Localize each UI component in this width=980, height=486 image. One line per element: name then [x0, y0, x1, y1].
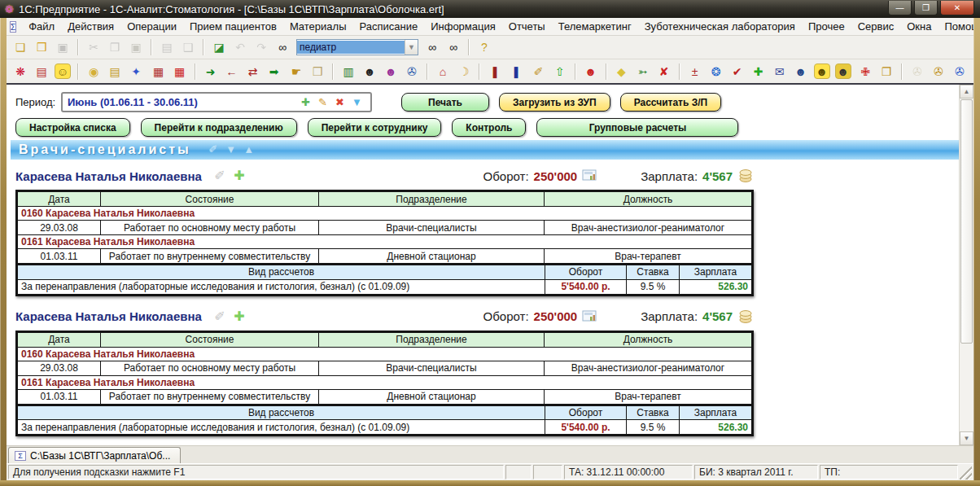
persons-pair-icon[interactable]: ☻ [791, 63, 811, 81]
partners-night-icon[interactable]: ☽ [454, 63, 474, 81]
person-mail-icon[interactable]: ✉ [770, 63, 790, 81]
quick-search-combo[interactable]: педиатр ▼ [296, 39, 418, 55]
salary-coins-icon[interactable] [737, 309, 754, 324]
combo-dropdown-icon[interactable]: ▼ [405, 40, 418, 55]
period-add-icon[interactable]: ✚ [298, 94, 313, 110]
employment-group-row[interactable]: 0160 Карасева Наталья Николаевна [18, 207, 752, 221]
new-document-icon[interactable]: ❏ [11, 38, 30, 56]
menu-item[interactable]: Файл [23, 20, 60, 33]
document-forward-icon[interactable]: ➡ [265, 63, 284, 81]
calc-row[interactable]: За перенаправления (лабораторные исследо… [18, 420, 752, 435]
patient-profile-icon[interactable]: ☻ [360, 63, 379, 81]
employee-edit-icon[interactable]: ✐ [211, 167, 229, 185]
find-icon[interactable]: ∞ [273, 38, 292, 56]
medic-add-icon[interactable]: ✚ [749, 63, 768, 81]
exit-door-icon[interactable]: ◪ [209, 38, 229, 56]
salary-document-icon[interactable]: ▤ [105, 63, 125, 81]
action-button[interactable]: Перейти к сотруднику [308, 118, 442, 137]
minimize-button[interactable]: — [888, 1, 912, 15]
smiley-cool-icon[interactable]: ☻ [814, 63, 830, 79]
find-next-icon[interactable]: ∞ [422, 38, 442, 56]
action-button[interactable]: Групповые расчеты [536, 118, 738, 137]
schedule-grid-icon[interactable]: ▦ [170, 63, 190, 81]
quick-search-value[interactable]: педиатр [297, 41, 405, 54]
scroll-up-icon[interactable]: ▲ [960, 85, 973, 99]
maximize-button[interactable]: ❐ [914, 1, 938, 15]
window-export-icon[interactable]: ❐ [877, 63, 896, 81]
menu-item[interactable]: Действия [62, 20, 120, 33]
route-arrows-icon[interactable]: ➳ [633, 63, 653, 81]
record-edit-search-icon[interactable]: ✐ [529, 63, 549, 81]
menu-item[interactable]: Материалы [284, 20, 352, 33]
document-check-icon[interactable]: ✔ [728, 63, 747, 81]
cash-coins-icon[interactable]: ◉ [84, 63, 103, 81]
settings-transfer-icon[interactable]: ✇ [929, 63, 948, 81]
employment-row[interactable]: 01.03.11 Работает по внутреннему совмест… [18, 249, 752, 264]
document-import-icon[interactable]: ➜ [201, 63, 221, 81]
period-edit-icon[interactable]: ✎ [315, 94, 330, 110]
menu-item[interactable]: Отчеты [503, 20, 551, 33]
butterfly-icon[interactable]: ❋ [11, 63, 30, 81]
open-folder-icon[interactable]: ❒ [32, 38, 51, 56]
action-button[interactable]: Настройка списка [15, 118, 130, 137]
menu-item[interactable]: Зуботехническая лаборатория [639, 20, 801, 33]
menu-item[interactable]: Расписание [354, 20, 424, 33]
report-icon[interactable]: Σ [10, 21, 16, 33]
close-button[interactable]: ✕ [940, 1, 974, 15]
employment-group-row[interactable]: 0161 Карасева Наталья Николаевна [18, 375, 752, 389]
section-edit-icon[interactable]: ✐ [205, 141, 221, 159]
employee-add-icon[interactable]: ✚ [230, 308, 248, 326]
doctor-smiley-icon[interactable]: ☺ [55, 63, 71, 79]
action-button[interactable]: Перейти к подразделению [141, 118, 297, 137]
menu-item[interactable]: Телемаркетинг [553, 20, 637, 33]
smiley-cool-dark-icon[interactable]: ☻ [835, 63, 851, 79]
action-button[interactable]: Контроль [452, 118, 526, 137]
scrollbar-thumb[interactable] [960, 99, 973, 344]
employee-dismiss-icon[interactable]: ☻ [581, 63, 601, 81]
menu-item[interactable]: Прочее [803, 20, 851, 33]
personnel-tools-icon[interactable]: ✦ [126, 63, 146, 81]
help-icon[interactable]: ? [475, 38, 494, 56]
scroll-down-icon[interactable]: ▼ [960, 431, 973, 445]
catalog-books-icon[interactable]: ▥ [339, 63, 358, 81]
section-move-down-icon[interactable]: ▼ [223, 141, 239, 159]
ambulance-icon[interactable]: ✙ [855, 63, 875, 81]
section-header[interactable]: Врачи-специалисты ✐▼▲ [11, 140, 959, 160]
employee-add-icon[interactable]: ✚ [230, 167, 248, 185]
cancel-person-icon[interactable]: ✘ [654, 63, 674, 81]
services-cube-icon[interactable]: ▦ [149, 63, 168, 81]
employment-row[interactable]: 01.03.11 Работает по внутреннему совмест… [18, 389, 752, 404]
employment-group-row[interactable]: 0160 Карасева Наталья Николаевна [18, 347, 752, 361]
employment-row[interactable]: 29.03.08 Работает по основному месту раб… [18, 361, 752, 375]
employee-hire-icon[interactable]: ⇧ [550, 63, 570, 81]
document-exchange-icon[interactable]: ⇄ [243, 63, 263, 81]
employee-edit-icon[interactable]: ✐ [211, 308, 229, 326]
scrollbar-track[interactable] [960, 344, 973, 431]
archive-box-icon[interactable]: ❒ [308, 63, 327, 81]
workstation-icon[interactable]: ✇ [402, 63, 422, 81]
journal-blue-icon[interactable]: ❚ [506, 63, 526, 81]
internet-globe-icon[interactable]: ❂ [707, 63, 726, 81]
find-previous-icon[interactable]: ∞ [444, 38, 463, 56]
menu-item[interactable]: Прием пациентов [184, 20, 282, 33]
calc-row[interactable]: За перенаправления (лабораторные исследо… [18, 279, 752, 294]
price-diamond-icon[interactable]: ◆ [612, 63, 632, 81]
salary-coins-icon[interactable] [737, 169, 754, 183]
section-move-up-icon[interactable]: ▲ [241, 141, 257, 159]
vertical-scrollbar[interactable]: ▲ ▼ [959, 85, 973, 445]
document-plusminus-icon[interactable]: ± [685, 63, 705, 81]
employment-group-row[interactable]: 0161 Карасева Наталья Николаевна [18, 235, 752, 249]
turnover-chart-icon[interactable] [582, 310, 598, 323]
document-return-icon[interactable]: ← [222, 63, 242, 81]
period-delete-icon[interactable]: ✖ [332, 94, 348, 110]
turnover-chart-icon[interactable] [582, 169, 598, 182]
report-tab[interactable]: Σ C:\Базы 1С\ВТГ\Зарплата\Об... [8, 447, 181, 463]
settings-sync-icon[interactable]: ✇ [950, 63, 969, 81]
menu-item[interactable]: Операции [121, 20, 182, 33]
load-zup-button[interactable]: Загрузить из ЗУП [499, 93, 610, 112]
period-field[interactable]: Июнь (01.06.11 - 30.06.11) ✚✎✖▼ [61, 92, 372, 112]
menu-item[interactable]: Сервис [852, 20, 900, 33]
journal-red-icon[interactable]: ❚ [485, 63, 505, 81]
resize-grip[interactable] [960, 465, 972, 479]
period-select-icon[interactable]: ▼ [349, 94, 365, 110]
